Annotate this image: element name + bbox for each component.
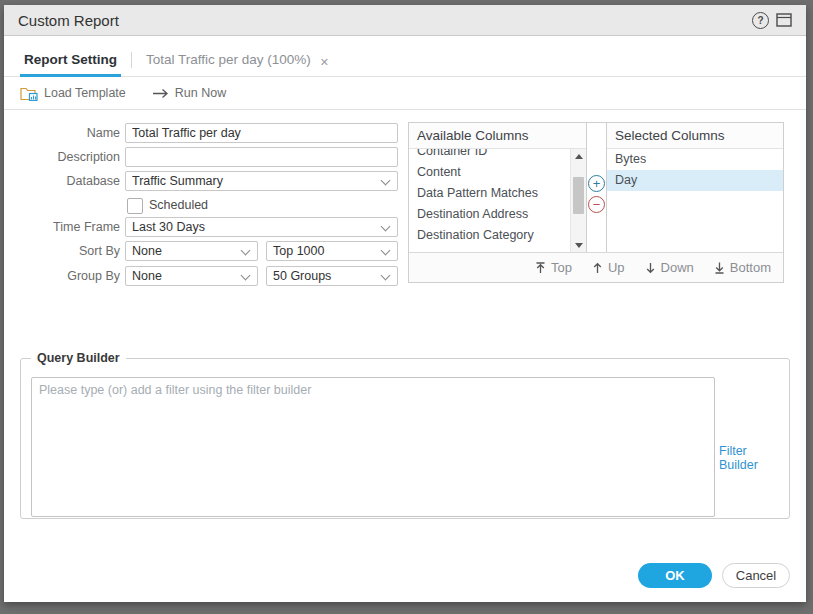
list-item[interactable]: Destination Address — [409, 204, 570, 225]
move-bottom-button[interactable]: Bottom — [714, 260, 771, 275]
database-row: Database Traffic Summary — [4, 171, 402, 191]
move-bottom-label: Bottom — [730, 260, 771, 275]
sort-by-value: None — [132, 244, 162, 258]
available-columns-title: Available Columns — [409, 123, 586, 149]
columns-panel: Available Columns Container ID Content D… — [408, 122, 784, 283]
load-template-label: Load Template — [44, 86, 126, 100]
column-transfer-strip: + − — [587, 123, 607, 252]
cancel-button[interactable]: Cancel — [722, 563, 790, 588]
titlebar-icons: ? — [752, 12, 792, 29]
scroll-down-button[interactable] — [571, 238, 586, 252]
add-column-button[interactable]: + — [588, 175, 605, 192]
move-down-button[interactable]: Down — [645, 260, 694, 275]
move-down-label: Down — [661, 260, 694, 275]
description-row: Description — [4, 147, 402, 167]
name-input[interactable] — [125, 123, 398, 143]
scheduled-checkbox[interactable] — [127, 198, 143, 214]
move-bottom-icon — [714, 262, 725, 274]
chevron-down-icon — [381, 222, 391, 232]
available-columns-list: Container ID Content Data Pattern Matche… — [409, 149, 570, 252]
time-frame-value: Last 30 Days — [132, 220, 205, 234]
group-by-value: None — [132, 269, 162, 283]
chevron-down-icon — [381, 176, 391, 186]
move-down-icon — [645, 262, 656, 274]
scroll-up-icon — [575, 154, 583, 159]
sort-by-select[interactable]: None — [125, 241, 258, 261]
move-up-label: Up — [608, 260, 625, 275]
dialog-titlebar: Custom Report ? — [4, 5, 806, 36]
move-up-button[interactable]: Up — [592, 260, 625, 275]
name-row: Name — [4, 123, 402, 143]
custom-report-dialog: Custom Report ? Report Setting Total Tra… — [4, 5, 806, 602]
sort-by-row: Sort By None Top 1000 — [4, 241, 402, 261]
scroll-up-button[interactable] — [571, 149, 586, 163]
move-up-icon — [592, 262, 603, 274]
sort-top-value: Top 1000 — [273, 244, 324, 258]
help-icon[interactable]: ? — [752, 12, 769, 29]
filter-builder-link[interactable]: Filter Builder — [719, 444, 789, 472]
selected-columns-list: Bytes Day — [607, 149, 783, 252]
database-label: Database — [4, 171, 120, 191]
chevron-down-icon — [381, 246, 391, 256]
time-frame-row: Time Frame Last 30 Days — [4, 217, 402, 237]
name-label: Name — [4, 123, 120, 143]
group-count-value: 50 Groups — [273, 269, 331, 283]
run-now-button[interactable]: Run Now — [152, 86, 226, 100]
load-template-button[interactable]: Load Template — [20, 86, 126, 101]
group-by-row: Group By None 50 Groups — [4, 266, 402, 286]
database-value: Traffic Summary — [132, 174, 223, 188]
tab-report-result[interactable]: Total Traffic per day (100%) ✕ — [142, 43, 333, 76]
tab-report-setting[interactable]: Report Setting — [20, 43, 121, 76]
available-columns-listwrap: Container ID Content Data Pattern Matche… — [409, 149, 586, 252]
run-now-label: Run Now — [175, 86, 226, 100]
available-columns-box: Available Columns Container ID Content D… — [409, 123, 587, 252]
chevron-down-icon — [241, 271, 251, 281]
scheduled-label: Scheduled — [149, 197, 208, 213]
chevron-down-icon — [381, 271, 391, 281]
list-item[interactable]: Data Pattern Matches — [409, 183, 570, 204]
list-item[interactable]: Content — [409, 162, 570, 183]
move-buttons-bar: Top Up Down Bottom — [409, 252, 783, 282]
group-count-select[interactable]: 50 Groups — [266, 266, 398, 286]
close-tab-icon[interactable]: ✕ — [320, 56, 329, 69]
time-frame-label: Time Frame — [4, 217, 120, 237]
query-input[interactable] — [31, 377, 715, 517]
description-input[interactable] — [125, 147, 398, 167]
chevron-down-icon — [241, 246, 251, 256]
time-frame-select[interactable]: Last 30 Days — [125, 217, 398, 237]
group-by-select[interactable]: None — [125, 266, 258, 286]
sort-top-select[interactable]: Top 1000 — [266, 241, 398, 261]
move-top-label: Top — [551, 260, 572, 275]
scheduled-row: Scheduled — [4, 196, 402, 216]
group-by-label: Group By — [4, 266, 120, 286]
sort-by-label: Sort By — [4, 241, 120, 261]
list-item[interactable]: Bytes — [607, 149, 783, 170]
list-item[interactable]: Container ID — [409, 149, 570, 162]
database-select[interactable]: Traffic Summary — [125, 171, 398, 191]
tab-label: Total Traffic per day (100%) — [146, 52, 311, 67]
remove-column-button[interactable]: − — [588, 196, 605, 213]
run-now-arrow-icon — [152, 88, 169, 99]
scrollbar[interactable] — [570, 149, 586, 252]
load-template-folder-icon — [20, 86, 38, 101]
report-toolbar: Load Template Run Now — [4, 77, 806, 110]
tab-label: Report Setting — [24, 52, 117, 67]
selected-columns-box: Selected Columns Bytes Day — [607, 123, 783, 252]
query-builder-legend: Query Builder — [31, 351, 126, 365]
ok-button[interactable]: OK — [638, 563, 712, 588]
scrollbar-track[interactable] — [571, 163, 586, 238]
scroll-down-icon — [575, 243, 583, 248]
query-builder-group: Query Builder Filter Builder — [20, 358, 790, 519]
scrollbar-thumb[interactable] — [573, 177, 584, 214]
list-item[interactable]: Destination Category — [409, 225, 570, 246]
tab-bar: Report Setting Total Traffic per day (10… — [4, 43, 806, 77]
list-item-selected[interactable]: Day — [607, 170, 783, 191]
description-label: Description — [4, 147, 120, 167]
popout-window-icon[interactable] — [776, 13, 792, 27]
selected-columns-title: Selected Columns — [607, 123, 783, 149]
move-top-button[interactable]: Top — [535, 260, 572, 275]
tab-separator — [131, 52, 132, 68]
move-top-icon — [535, 262, 546, 274]
dialog-title: Custom Report — [18, 12, 119, 29]
